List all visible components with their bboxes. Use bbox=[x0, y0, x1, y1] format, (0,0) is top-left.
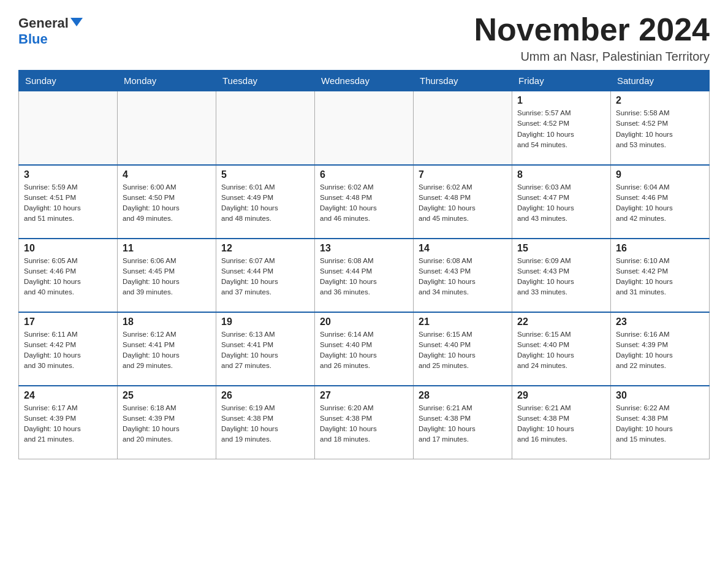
day-info: Sunrise: 5:58 AMSunset: 4:52 PMDaylight:… bbox=[616, 108, 704, 150]
day-info: Sunrise: 6:06 AMSunset: 4:45 PMDaylight:… bbox=[123, 256, 211, 298]
day-number: 8 bbox=[517, 169, 605, 180]
calendar-cell: 21Sunrise: 6:15 AMSunset: 4:40 PMDayligh… bbox=[414, 312, 512, 386]
calendar-cell: 19Sunrise: 6:13 AMSunset: 4:41 PMDayligh… bbox=[216, 312, 315, 386]
calendar-cell: 29Sunrise: 6:21 AMSunset: 4:38 PMDayligh… bbox=[512, 386, 611, 459]
day-number: 16 bbox=[616, 243, 704, 254]
calendar-cell: 18Sunrise: 6:12 AMSunset: 4:41 PMDayligh… bbox=[118, 312, 216, 386]
calendar-cell: 24Sunrise: 6:17 AMSunset: 4:39 PMDayligh… bbox=[19, 386, 118, 459]
weekday-header-sunday: Sunday bbox=[19, 71, 118, 91]
day-number: 3 bbox=[24, 169, 112, 180]
day-number: 27 bbox=[320, 390, 408, 401]
calendar-table: SundayMondayTuesdayWednesdayThursdayFrid… bbox=[18, 70, 710, 459]
day-info: Sunrise: 6:12 AMSunset: 4:41 PMDaylight:… bbox=[123, 329, 211, 372]
day-number: 26 bbox=[221, 390, 309, 401]
day-info: Sunrise: 6:05 AMSunset: 4:46 PMDaylight:… bbox=[24, 256, 112, 298]
calendar-cell: 25Sunrise: 6:18 AMSunset: 4:39 PMDayligh… bbox=[118, 386, 216, 459]
logo-blue-text: Blue bbox=[18, 31, 48, 47]
day-info: Sunrise: 6:13 AMSunset: 4:41 PMDaylight:… bbox=[221, 329, 309, 372]
day-number: 4 bbox=[123, 169, 211, 180]
week-row-2: 3Sunrise: 5:59 AMSunset: 4:51 PMDaylight… bbox=[19, 165, 710, 239]
calendar-cell: 2Sunrise: 5:58 AMSunset: 4:52 PMDaylight… bbox=[611, 91, 710, 165]
day-info: Sunrise: 6:21 AMSunset: 4:38 PMDaylight:… bbox=[517, 403, 605, 445]
day-number: 1 bbox=[517, 95, 605, 106]
calendar-cell: 27Sunrise: 6:20 AMSunset: 4:38 PMDayligh… bbox=[315, 386, 414, 459]
day-number: 19 bbox=[221, 316, 309, 327]
calendar-cell: 14Sunrise: 6:08 AMSunset: 4:43 PMDayligh… bbox=[414, 239, 512, 312]
calendar-cell: 17Sunrise: 6:11 AMSunset: 4:42 PMDayligh… bbox=[19, 312, 118, 386]
calendar-cell bbox=[216, 91, 315, 165]
title-area: November 2024 Umm an Nasr, Palestinian T… bbox=[474, 12, 710, 64]
day-number: 18 bbox=[123, 316, 211, 327]
day-info: Sunrise: 6:14 AMSunset: 4:40 PMDaylight:… bbox=[320, 329, 408, 372]
calendar-cell: 23Sunrise: 6:16 AMSunset: 4:39 PMDayligh… bbox=[611, 312, 710, 386]
day-number: 23 bbox=[616, 316, 704, 327]
calendar-cell: 16Sunrise: 6:10 AMSunset: 4:42 PMDayligh… bbox=[611, 239, 710, 312]
calendar-cell: 11Sunrise: 6:06 AMSunset: 4:45 PMDayligh… bbox=[118, 239, 216, 312]
calendar-cell bbox=[19, 91, 118, 165]
day-number: 20 bbox=[320, 316, 408, 327]
weekday-header-friday: Friday bbox=[512, 71, 611, 91]
calendar-cell: 9Sunrise: 6:04 AMSunset: 4:46 PMDaylight… bbox=[611, 165, 710, 239]
day-number: 29 bbox=[517, 390, 605, 401]
day-number: 17 bbox=[24, 316, 112, 327]
day-number: 12 bbox=[221, 243, 309, 254]
day-number: 24 bbox=[24, 390, 112, 401]
day-number: 5 bbox=[221, 169, 309, 180]
month-title: November 2024 bbox=[474, 12, 710, 47]
weekday-header-tuesday: Tuesday bbox=[216, 71, 315, 91]
calendar-cell: 3Sunrise: 5:59 AMSunset: 4:51 PMDaylight… bbox=[19, 165, 118, 239]
calendar-cell: 10Sunrise: 6:05 AMSunset: 4:46 PMDayligh… bbox=[19, 239, 118, 312]
day-info: Sunrise: 6:03 AMSunset: 4:47 PMDaylight:… bbox=[517, 182, 605, 224]
day-info: Sunrise: 6:16 AMSunset: 4:39 PMDaylight:… bbox=[616, 329, 704, 372]
calendar-cell: 15Sunrise: 6:09 AMSunset: 4:43 PMDayligh… bbox=[512, 239, 611, 312]
day-info: Sunrise: 6:02 AMSunset: 4:48 PMDaylight:… bbox=[419, 182, 507, 224]
calendar-cell: 8Sunrise: 6:03 AMSunset: 4:47 PMDaylight… bbox=[512, 165, 611, 239]
calendar-cell: 22Sunrise: 6:15 AMSunset: 4:40 PMDayligh… bbox=[512, 312, 611, 386]
day-number: 6 bbox=[320, 169, 408, 180]
calendar-cell: 4Sunrise: 6:00 AMSunset: 4:50 PMDaylight… bbox=[118, 165, 216, 239]
week-row-4: 17Sunrise: 6:11 AMSunset: 4:42 PMDayligh… bbox=[19, 312, 710, 386]
calendar-cell: 26Sunrise: 6:19 AMSunset: 4:38 PMDayligh… bbox=[216, 386, 315, 459]
day-number: 9 bbox=[616, 169, 704, 180]
day-info: Sunrise: 6:15 AMSunset: 4:40 PMDaylight:… bbox=[419, 329, 507, 372]
day-number: 21 bbox=[419, 316, 507, 327]
day-number: 28 bbox=[419, 390, 507, 401]
calendar-cell: 28Sunrise: 6:21 AMSunset: 4:38 PMDayligh… bbox=[414, 386, 512, 459]
day-number: 30 bbox=[616, 390, 704, 401]
day-info: Sunrise: 6:09 AMSunset: 4:43 PMDaylight:… bbox=[517, 256, 605, 298]
day-info: Sunrise: 6:22 AMSunset: 4:38 PMDaylight:… bbox=[616, 403, 704, 445]
day-info: Sunrise: 6:08 AMSunset: 4:44 PMDaylight:… bbox=[320, 256, 408, 298]
day-info: Sunrise: 6:19 AMSunset: 4:38 PMDaylight:… bbox=[221, 403, 309, 445]
day-info: Sunrise: 6:15 AMSunset: 4:40 PMDaylight:… bbox=[517, 329, 605, 372]
day-info: Sunrise: 6:11 AMSunset: 4:42 PMDaylight:… bbox=[24, 329, 112, 372]
day-number: 15 bbox=[517, 243, 605, 254]
week-row-5: 24Sunrise: 6:17 AMSunset: 4:39 PMDayligh… bbox=[19, 386, 710, 459]
calendar-cell: 5Sunrise: 6:01 AMSunset: 4:49 PMDaylight… bbox=[216, 165, 315, 239]
day-info: Sunrise: 6:17 AMSunset: 4:39 PMDaylight:… bbox=[24, 403, 112, 445]
weekday-header-saturday: Saturday bbox=[611, 71, 710, 91]
day-info: Sunrise: 6:02 AMSunset: 4:48 PMDaylight:… bbox=[320, 182, 408, 224]
day-number: 13 bbox=[320, 243, 408, 254]
day-info: Sunrise: 6:18 AMSunset: 4:39 PMDaylight:… bbox=[123, 403, 211, 445]
day-number: 22 bbox=[517, 316, 605, 327]
day-info: Sunrise: 6:10 AMSunset: 4:42 PMDaylight:… bbox=[616, 256, 704, 298]
day-info: Sunrise: 6:08 AMSunset: 4:43 PMDaylight:… bbox=[419, 256, 507, 298]
calendar-cell: 13Sunrise: 6:08 AMSunset: 4:44 PMDayligh… bbox=[315, 239, 414, 312]
weekday-header-thursday: Thursday bbox=[414, 71, 512, 91]
location-title: Umm an Nasr, Palestinian Territory bbox=[474, 50, 710, 64]
weekday-header-wednesday: Wednesday bbox=[315, 71, 414, 91]
calendar-cell bbox=[118, 91, 216, 165]
calendar-cell: 6Sunrise: 6:02 AMSunset: 4:48 PMDaylight… bbox=[315, 165, 414, 239]
logo-general-text: General bbox=[18, 15, 69, 31]
day-number: 14 bbox=[419, 243, 507, 254]
logo: General Blue bbox=[18, 12, 83, 47]
weekday-header-monday: Monday bbox=[118, 71, 216, 91]
day-number: 2 bbox=[616, 95, 704, 106]
day-info: Sunrise: 6:04 AMSunset: 4:46 PMDaylight:… bbox=[616, 182, 704, 224]
calendar-cell: 7Sunrise: 6:02 AMSunset: 4:48 PMDaylight… bbox=[414, 165, 512, 239]
day-number: 10 bbox=[24, 243, 112, 254]
calendar-cell bbox=[414, 91, 512, 165]
day-info: Sunrise: 5:57 AMSunset: 4:52 PMDaylight:… bbox=[517, 108, 605, 150]
calendar-cell bbox=[315, 91, 414, 165]
day-info: Sunrise: 5:59 AMSunset: 4:51 PMDaylight:… bbox=[24, 182, 112, 224]
